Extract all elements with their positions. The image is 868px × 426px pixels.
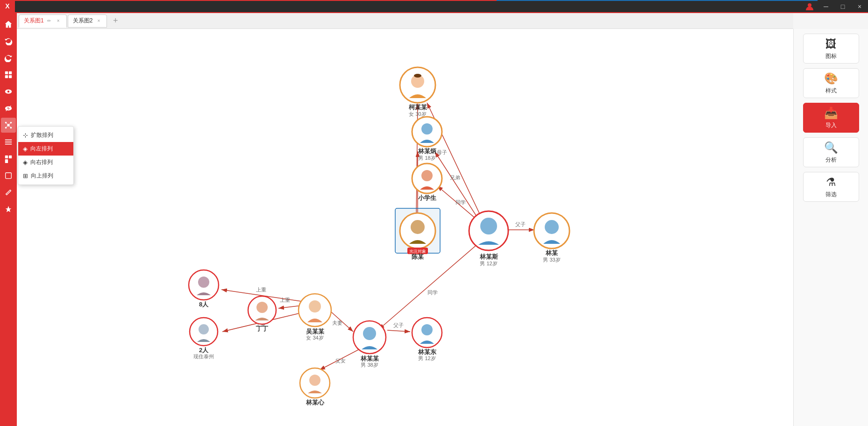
svg-point-56 — [309, 375, 320, 386]
sidebar-item-undo[interactable] — [1, 34, 16, 49]
sidebar-item-redo[interactable] — [1, 50, 16, 65]
svg-point-6 — [7, 91, 10, 93]
filter-button[interactable]: ⚗ 筛选 — [803, 172, 859, 202]
node-2ren[interactable]: 2人 现住泰州 — [190, 318, 218, 359]
graph-svg: 母子 兄弟 同学 父子 同学 上重 上重 上重 夫妻 父子 父女 — [17, 29, 793, 426]
node-linmou-label: 林某 — [545, 249, 558, 256]
edge-linmousi-linmoumou — [379, 241, 482, 329]
node-ding[interactable]: 丁丁 — [248, 296, 276, 332]
close-button[interactable]: × — [851, 0, 868, 13]
node-linmouxin-label: 林某心 — [306, 399, 325, 406]
sidebar-item-edit[interactable] — [1, 185, 16, 200]
maximize-button[interactable]: □ — [834, 0, 851, 13]
edge-label-shangzhong1: 上重 — [256, 287, 266, 292]
node-linmousi-sublabel: 男 12岁 — [480, 261, 497, 266]
tab-1-close-icon[interactable]: × — [55, 18, 62, 24]
sidebar-item-view2[interactable] — [1, 101, 16, 116]
edge-label-fuqi: 夫妻 — [332, 320, 342, 326]
window-controls: ─ □ × — [818, 0, 868, 13]
tab-1[interactable]: 关系图1 ✏ × — [19, 14, 67, 28]
node-linmousi[interactable]: 林某斯 男 12岁 — [469, 211, 508, 266]
app-logo: X — [0, 0, 15, 13]
tab-2-close-icon[interactable]: × — [95, 18, 102, 24]
menu-item-expand[interactable]: ⊹ 扩散排列 — [18, 128, 73, 142]
menu-item-left-label: 向左排列 — [30, 145, 53, 153]
sidebar-item-group[interactable] — [1, 151, 16, 166]
node-linmoumou[interactable]: 林某某 男 38岁 — [353, 321, 386, 368]
tab-1-edit-icon[interactable]: ✏ — [46, 18, 52, 24]
import-button[interactable]: 📥 导入 — [803, 103, 859, 133]
svg-line-15 — [6, 123, 8, 125]
edge-linmousi-linmoubing — [435, 152, 478, 219]
tab-2[interactable]: 关系图2 × — [68, 14, 107, 28]
svg-rect-25 — [6, 173, 12, 179]
node-2ren-sublabel: 现住泰州 — [193, 354, 214, 359]
icon-button[interactable]: 🖼 图标 — [803, 34, 859, 64]
graph-canvas[interactable]: 母子 兄弟 同学 父子 同学 上重 上重 上重 夫妻 父子 父女 — [17, 29, 793, 426]
svg-rect-4 — [9, 75, 12, 78]
node-chenmou-label: 陈某 — [412, 253, 424, 260]
node-linmou[interactable]: 林某 男 33岁 — [534, 213, 569, 263]
minimize-button[interactable]: ─ — [818, 0, 834, 13]
svg-rect-22 — [5, 156, 8, 158]
edge-label-fuzi2: 父子 — [393, 322, 404, 328]
svg-rect-21 — [5, 144, 12, 145]
titlebar-accent — [15, 0, 818, 1]
node-kemo-label: 柯某某 — [408, 104, 427, 111]
icon-button-label: 图标 — [825, 52, 837, 60]
svg-point-48 — [309, 300, 321, 312]
edge-label-funv: 父女 — [335, 358, 346, 363]
svg-line-16 — [8, 123, 11, 125]
sidebar-item-blank[interactable] — [1, 168, 16, 183]
node-wumoumou-label: 吴某某 — [306, 328, 325, 335]
sidebar-item-view[interactable] — [1, 84, 16, 99]
sidebar-item-home[interactable] — [1, 17, 16, 32]
node-linmoumou-label: 林某某 — [360, 355, 379, 362]
menu-item-right[interactable]: ◈ 向右排列 — [18, 156, 73, 169]
avatar-icon[interactable] — [805, 2, 814, 11]
context-menu: ⊹ 扩散排列 ◈ 向左排列 ◈ 向右排列 ⊞ 向上排列 — [18, 126, 74, 185]
edge-linmoumou-linmoudong — [387, 330, 410, 332]
edge-label-tongxue1: 同学 — [455, 199, 466, 205]
filter-button-label: 筛选 — [825, 191, 837, 199]
node-linmouxin[interactable]: 林某心 — [300, 368, 330, 406]
left-icon: ◈ — [23, 145, 28, 152]
svg-rect-20 — [5, 142, 12, 142]
menu-item-up[interactable]: ⊞ 向上排列 — [18, 169, 73, 183]
svg-rect-1 — [5, 71, 8, 74]
analyze-button-label: 分析 — [825, 156, 837, 164]
node-linmousi-label: 林某斯 — [479, 253, 498, 260]
icon-button-icon: 🖼 — [825, 37, 837, 50]
sidebar-item-list[interactable] — [1, 135, 16, 149]
style-button[interactable]: 🎨 样式 — [803, 68, 859, 98]
node-kemo-sublabel: 女 30岁 — [409, 111, 426, 117]
node-wumoumou-sublabel: 女 34岁 — [306, 335, 323, 341]
menu-item-up-label: 向上排列 — [31, 172, 53, 180]
svg-point-44 — [198, 277, 209, 288]
menu-item-left[interactable]: ◈ 向左排列 — [18, 142, 73, 156]
sidebar-item-layout[interactable] — [1, 67, 16, 82]
svg-rect-23 — [9, 156, 12, 158]
add-tab-button[interactable]: + — [110, 15, 121, 27]
analyze-button[interactable]: 🔍 分析 — [803, 137, 859, 167]
sidebar-item-pin[interactable] — [1, 202, 16, 217]
logo-text: X — [5, 2, 9, 10]
sidebar-item-node[interactable] — [1, 118, 16, 133]
svg-point-34 — [421, 170, 433, 181]
svg-rect-3 — [5, 75, 8, 78]
filter-button-icon: ⚗ — [826, 176, 836, 189]
svg-rect-2 — [9, 71, 12, 74]
svg-rect-19 — [5, 140, 12, 141]
svg-point-32 — [421, 123, 433, 135]
svg-rect-24 — [5, 159, 8, 163]
node-linmoumou-sublabel: 男 38岁 — [361, 362, 378, 368]
style-button-label: 样式 — [825, 87, 837, 95]
style-button-icon: 🎨 — [824, 72, 838, 85]
node-chenmou[interactable]: 光注对象 陈某 — [395, 208, 440, 260]
node-8ren[interactable]: 8人 — [189, 270, 219, 308]
node-wumoumou[interactable]: 吴某某 女 34岁 — [299, 294, 331, 341]
node-linmoudong-sublabel: 男 12岁 — [418, 355, 435, 361]
svg-point-37 — [411, 220, 425, 234]
node-linmoudong[interactable]: 林某东 男 12岁 — [412, 318, 442, 361]
node-2ren-label: 2人 — [199, 347, 209, 354]
